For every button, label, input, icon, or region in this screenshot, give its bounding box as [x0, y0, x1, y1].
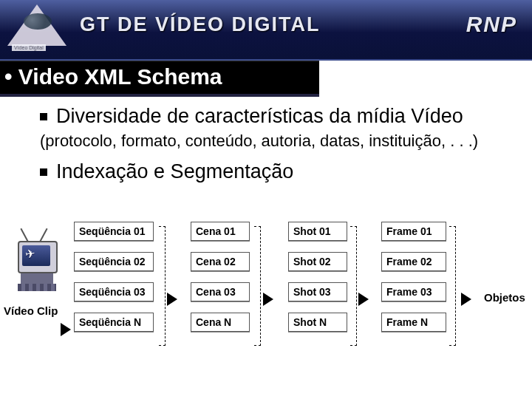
eye-icon: [24, 13, 52, 30]
brace-icon: [254, 226, 261, 346]
tag-seq: Seqüência 01: [74, 222, 154, 241]
tag-shot: Shot 01: [288, 222, 347, 241]
arrow-right-icon: [167, 293, 177, 306]
bullet-2: Indexação e Segmentação: [40, 160, 519, 183]
tag-frame: Frame 02: [381, 252, 446, 271]
slide-title: • Video XML Schema: [0, 61, 319, 97]
slide: Vídeo Digital GT DE VÍDEO DIGITAL RNP • …: [0, 0, 532, 399]
tag-frame: Frame 03: [381, 282, 446, 301]
objects-label: Objetos: [484, 291, 525, 304]
tag-cena: Cena 01: [191, 222, 250, 241]
tag-frame: Frame N: [381, 313, 446, 332]
antenna-icon: [39, 228, 47, 242]
segmentation-diagram: ✈ Vídeo Clip Seqüência 01 Seqüência 02 S…: [7, 222, 525, 377]
tag-cena: Cena 03: [191, 282, 250, 301]
col-frame: Frame 01 Frame 02 Frame 03 Frame N: [381, 222, 446, 343]
tag-shot: Shot N: [288, 313, 347, 332]
antenna-icon: [20, 228, 28, 242]
tag-cena: Cena 02: [191, 252, 250, 271]
square-bullet-icon: [40, 113, 47, 120]
logo-label: Vídeo Digital: [12, 44, 46, 51]
tag-seq: Seqüência N: [74, 313, 154, 332]
bullet-1: Diversidade de características da mídia …: [40, 104, 519, 152]
slide-title-text: Video XML Schema: [18, 64, 222, 89]
arrow-right-icon: [61, 323, 71, 336]
brace-icon: [159, 226, 166, 346]
brace-icon: [449, 226, 456, 346]
bullet-dot-icon: •: [4, 64, 18, 89]
plane-icon: ✈: [24, 246, 36, 262]
col-shot: Shot 01 Shot 02 Shot 03 Shot N: [288, 222, 347, 343]
col-sequencia: Seqüência 01 Seqüência 02 Seqüência 03 S…: [74, 222, 154, 343]
bullet-2-text: Indexação e Segmentação: [56, 160, 293, 183]
header-title: GT DE VÍDEO DIGITAL: [80, 13, 321, 36]
arrow-right-icon: [358, 293, 369, 306]
tv-clip-icon: ✈: [13, 235, 59, 293]
video-clip-label: Vídeo Clip: [4, 304, 58, 317]
brace-icon: [350, 226, 357, 346]
arrow-right-icon: [263, 293, 273, 306]
tag-cena: Cena N: [191, 313, 250, 332]
tv-screen: ✈: [22, 245, 50, 266]
header-bar: Vídeo Digital GT DE VÍDEO DIGITAL RNP: [0, 0, 532, 61]
tag-shot: Shot 03: [288, 282, 347, 301]
header-logo: Vídeo Digital: [3, 3, 73, 55]
buildings-icon: [21, 273, 53, 290]
bullet-1-main: Diversidade de características da mídia …: [56, 105, 463, 127]
tag-seq: Seqüência 02: [74, 252, 154, 271]
bullet-1-sub: (protocolo, formato, conteúdo, autoria, …: [40, 132, 478, 150]
tag-frame: Frame 01: [381, 222, 446, 241]
col-cena: Cena 01 Cena 02 Cena 03 Cena N: [191, 222, 250, 343]
tag-seq: Seqüência 03: [74, 282, 154, 301]
square-bullet-icon: [40, 168, 47, 176]
arrow-right-icon: [461, 293, 471, 306]
header-rnp-label: RNP: [466, 12, 517, 37]
tag-shot: Shot 02: [288, 252, 347, 271]
slide-body: Diversidade de características da mídia …: [0, 97, 532, 183]
